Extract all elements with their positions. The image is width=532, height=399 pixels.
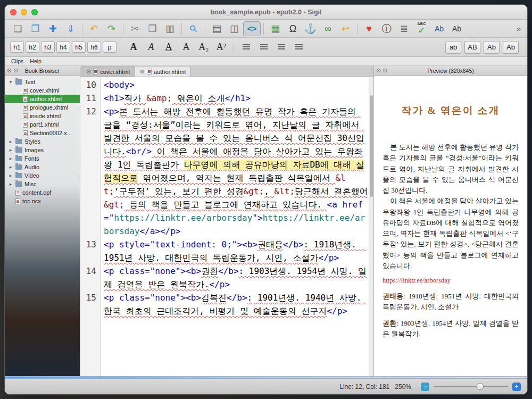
new-file-button[interactable]: ❏ <box>9 21 27 36</box>
code-line-content[interactable]: <p class="none"><b>권환</b>: 1903년생. 1954년… <box>100 264 373 291</box>
spellcheck-button[interactable]: ABC✓ <box>413 21 430 36</box>
disclosure-triangle-icon[interactable]: ▸ <box>8 164 13 170</box>
tree-item-images[interactable]: ▸Images <box>5 146 80 154</box>
float-panel-icon[interactable]: ⊙ <box>13 67 18 74</box>
tree-item-inside-xhtml[interactable]: inside.xhtml <box>5 112 80 120</box>
tab-cover-xhtml[interactable]: ⊗cover.xhtml <box>81 66 135 77</box>
zoom-slider[interactable] <box>434 386 508 387</box>
tree-item-text[interactable]: ▾Text <box>5 78 80 86</box>
insert-file-button[interactable]: ▦ <box>267 21 284 36</box>
close-preview-icon[interactable]: ⊗ <box>376 67 381 74</box>
index-editor-button[interactable]: ≣ <box>395 21 413 36</box>
metadata-editor-button[interactable]: ⓘ <box>378 21 395 36</box>
close-tab-icon[interactable]: ⊗ <box>140 68 145 75</box>
tree-item-label: prologue.xhtml <box>30 104 68 111</box>
heading-h5-button[interactable]: h5 <box>72 41 86 53</box>
menu-help[interactable]: Help <box>30 58 41 64</box>
heading-h3-button[interactable]: h3 <box>41 41 55 53</box>
split-view-button[interactable]: ◫ <box>226 21 243 36</box>
zoom-out-button[interactable]: − <box>421 383 429 391</box>
find-button[interactable]: ⚲ <box>185 21 202 36</box>
disclosure-triangle-icon[interactable]: ▸ <box>8 156 13 161</box>
code-view-button[interactable]: <> <box>243 21 261 36</box>
tree-item-misc[interactable]: ▸Misc <box>5 180 80 188</box>
copy-button[interactable]: ❒ <box>144 21 161 36</box>
toolbar-overflow-icon[interactable]: » <box>514 24 523 33</box>
tree-item-content-opf[interactable]: content.opf <box>5 188 80 197</box>
insert-special-character-button[interactable]: Ω <box>284 21 302 36</box>
align-justify-button[interactable] <box>291 40 307 54</box>
book-view-button[interactable]: ▤ <box>208 21 226 36</box>
strikethrough-button[interactable]: A <box>178 40 194 54</box>
italic-button[interactable]: A <box>143 40 159 54</box>
heading-p-button[interactable]: p <box>103 41 117 53</box>
insert-id-button[interactable]: ⚓ <box>302 21 319 36</box>
code-line-content[interactable]: <p>본 도서는 해방 전후에 활동했던 유명 작가 혹은 기자들의 글을 “경… <box>100 105 373 238</box>
align-center-button[interactable] <box>256 40 272 54</box>
underline-button[interactable]: A <box>161 40 177 54</box>
disclosure-triangle-icon[interactable]: ▸ <box>8 139 13 144</box>
paste-button[interactable]: ▥ <box>161 21 179 36</box>
disclosure-triangle-icon[interactable]: ▸ <box>8 147 13 153</box>
disclosure-triangle-icon[interactable]: ▸ <box>8 173 13 178</box>
document-icon <box>23 122 28 128</box>
code-line-content[interactable]: <h1>작가 &amp; 엮은이 소개</h1> <box>100 92 373 105</box>
disclosure-triangle-icon[interactable]: ▾ <box>8 79 13 85</box>
tree-item-cover-xhtml[interactable]: cover.xhtml <box>5 86 80 95</box>
superscript-button[interactable]: A² <box>213 40 229 54</box>
lowercase-button[interactable]: ab <box>445 41 461 54</box>
titlecase-button[interactable]: Ab <box>503 41 519 54</box>
tree-item-fonts[interactable]: ▸Fonts <box>5 154 80 163</box>
code-segment: <p style=" <box>104 239 155 250</box>
code-line-content[interactable]: <body> <box>100 78 373 92</box>
code-editor[interactable]: 10<body>11<h1>작가 &amp; 엮은이 소개</h1>12<p>본… <box>80 77 373 376</box>
tree-item-section0002-x-[interactable]: Section0002.x... <box>5 129 80 137</box>
code-line-content[interactable]: <p style="text-indent: 0;"><b>권태응</b>: 1… <box>100 238 373 264</box>
align-right-button[interactable] <box>273 40 289 54</box>
preview-link[interactable]: https://linktr.ee/arborsday <box>383 277 519 285</box>
add-existing-file-button[interactable]: ✚ <box>44 21 62 36</box>
save-button[interactable]: ⇓ <box>62 21 79 36</box>
heading-h4-button[interactable]: h4 <box>56 41 70 53</box>
clip-editor-button[interactable]: Ab <box>448 21 466 36</box>
subscript-button[interactable]: A₂ <box>196 40 212 54</box>
menu-clips[interactable]: Clips <box>11 58 23 64</box>
heading-h2-button[interactable]: h2 <box>26 41 39 53</box>
code-line-content[interactable]: <p class="none"><b>김복진</b>: 1901년생. 1940… <box>100 291 373 318</box>
close-tab-icon[interactable]: ⊗ <box>86 68 91 75</box>
close-panel-icon[interactable]: ⊗ <box>7 67 12 74</box>
mark-for-index-button[interactable]: Ab <box>430 21 448 36</box>
close-window-button[interactable] <box>10 9 16 15</box>
tab-author-xhtml[interactable]: ⊗author.xhtml <box>135 66 191 77</box>
tree-item-toc-ncx[interactable]: toc.ncx <box>5 197 80 205</box>
tree-item-styles[interactable]: ▸Styles <box>5 137 80 146</box>
minimize-window-button[interactable] <box>21 9 27 15</box>
cut-button[interactable]: ✂ <box>126 21 144 36</box>
align-left-button[interactable] <box>238 40 254 54</box>
bold-button[interactable]: A <box>126 40 142 54</box>
tree-item-author-xhtml[interactable]: author.xhtml <box>5 95 80 103</box>
preview-panel: ⊗ ⊙ Preview (320x645) 작가 & 엮은이 소개 본 도서는 … <box>374 66 527 376</box>
tree-item-part1-xhtml[interactable]: part1.xhtml <box>5 120 80 129</box>
heading-h6-button[interactable]: h6 <box>87 41 101 53</box>
editor-scrollbar[interactable] <box>369 77 373 376</box>
tree-item-audio[interactable]: ▸Audio <box>5 163 80 171</box>
insert-link-button[interactable]: ∞ <box>319 21 337 36</box>
float-preview-icon[interactable]: ⊙ <box>383 67 387 74</box>
open-file-button[interactable]: ❐ <box>27 21 44 36</box>
uppercase-button[interactable]: AB <box>464 41 480 54</box>
donate-button[interactable]: ♥ <box>360 21 378 36</box>
zoom-slider-thumb[interactable] <box>477 383 484 390</box>
redo-button[interactable]: ↷ <box>103 21 120 36</box>
split-at-cursor-button[interactable]: ↩ <box>337 21 354 36</box>
scrollbar-thumb[interactable] <box>370 95 373 197</box>
undo-button[interactable]: ↶ <box>85 21 103 36</box>
tree-item-video[interactable]: ▸Video <box>5 171 80 180</box>
zoom-window-button[interactable] <box>31 9 38 15</box>
disclosure-triangle-icon[interactable]: ▸ <box>8 181 13 187</box>
capitalize-button[interactable]: Ab <box>484 41 500 54</box>
tree-item-prologue-xhtml[interactable]: prologue.xhtml <box>5 103 80 112</box>
heading-h1-button[interactable]: h1 <box>10 41 24 53</box>
zoom-in-button[interactable]: + <box>512 383 521 391</box>
open-file-icon: ❐ <box>31 24 39 34</box>
